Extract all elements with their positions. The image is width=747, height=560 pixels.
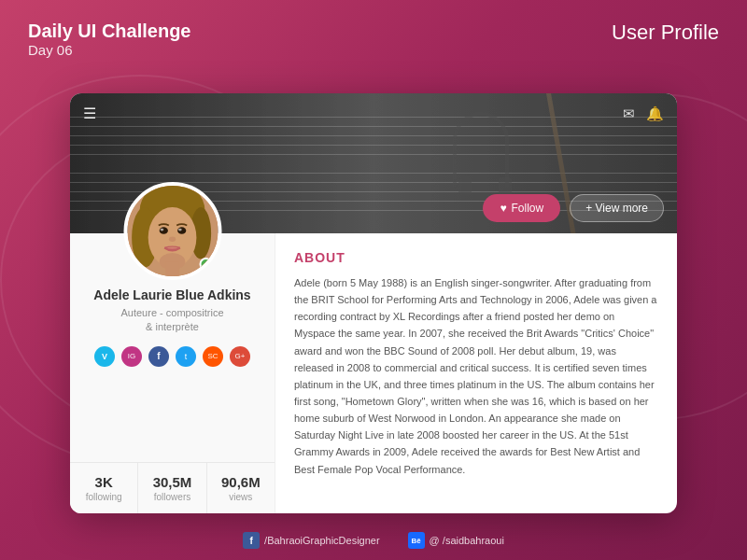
stats-row: 3K following 30,5M followers 90,6M views — [70, 462, 275, 513]
social-icons-row: V IG f t SC G+ — [85, 346, 260, 367]
stat-views: 90,6M views — [207, 463, 275, 513]
staff-line — [70, 126, 677, 127]
stat-following: 3K following — [70, 463, 138, 513]
right-panel: ABOUT Adele (born 5 May 1988) is an Engl… — [275, 233, 677, 513]
headphones-left-cup — [499, 177, 512, 196]
stat-following-label: following — [74, 492, 134, 502]
svg-rect-11 — [165, 261, 179, 276]
user-title-line1: Auteure - compositrice — [120, 307, 223, 318]
social-facebook[interactable]: f — [148, 346, 169, 367]
heart-icon: ♥ — [500, 202, 506, 215]
section-label: User Profile — [612, 21, 719, 45]
cover-actions: ♥ Follow + View more — [483, 194, 664, 222]
svg-point-9 — [168, 237, 175, 243]
footer-facebook-text: /BahraoiGraphicDesigner — [264, 535, 380, 546]
about-title: ABOUT — [294, 250, 658, 265]
user-title: Auteure - compositrice & interprète — [120, 306, 223, 335]
stat-views-label: views — [211, 492, 271, 502]
staff-line — [70, 135, 677, 136]
stat-followers: 30,5M followers — [138, 463, 206, 513]
online-indicator — [199, 258, 212, 271]
menu-icon[interactable]: ☰ — [83, 105, 96, 122]
app-branding: Daily UI Challenge Day 06 — [28, 21, 191, 58]
stat-following-number: 3K — [74, 474, 134, 490]
facebook-icon: f — [243, 532, 260, 549]
svg-point-5 — [159, 227, 167, 233]
footer-behance-text: @ /saidbahraoui — [430, 535, 504, 546]
left-panel: Adele Laurie Blue Adkins Auteure - compo… — [70, 233, 275, 513]
behance-icon: Bē — [408, 532, 425, 549]
avatar — [123, 182, 221, 280]
social-instagram[interactable]: IG — [121, 346, 142, 367]
user-title-line2: & interprète — [146, 321, 199, 332]
headphones-top — [453, 112, 509, 187]
avatar-wrap — [123, 182, 221, 280]
svg-point-8 — [178, 229, 182, 231]
stat-followers-number: 30,5M — [142, 474, 202, 490]
about-text: Adele (born 5 May 1988) is an English si… — [294, 274, 658, 478]
footer-facebook[interactable]: f /BahraoiGraphicDesigner — [243, 532, 380, 549]
svg-point-6 — [177, 227, 186, 233]
footer-behance[interactable]: Bē @ /saidbahraoui — [408, 532, 504, 549]
staff-line — [70, 173, 677, 174]
view-more-button[interactable]: + View more — [570, 194, 664, 222]
headphones-right-cup — [458, 177, 472, 196]
card-body: Adele Laurie Blue Adkins Auteure - compo… — [70, 233, 677, 513]
staff-line — [70, 154, 677, 155]
follow-label: Follow — [512, 202, 544, 215]
social-vimeo[interactable]: V — [94, 346, 115, 367]
social-googleplus[interactable]: G+ — [230, 346, 250, 367]
page-footer: f /BahraoiGraphicDesigner Bē @ /saidbahr… — [70, 532, 677, 549]
social-soundcloud[interactable]: SC — [203, 346, 223, 367]
profile-card: ☰ ✉ 🔔 ♥ Follow + View more — [70, 93, 677, 513]
app-title: Daily UI Challenge — [28, 21, 191, 42]
cover-icons: ✉ 🔔 — [623, 105, 664, 122]
page-header: Daily UI Challenge Day 06 User Profile — [0, 0, 747, 67]
stat-followers-label: followers — [142, 492, 202, 502]
bell-icon[interactable]: 🔔 — [646, 105, 664, 122]
follow-button[interactable]: ♥ Follow — [483, 194, 560, 222]
stat-views-number: 90,6M — [211, 474, 271, 490]
social-twitter[interactable]: t — [176, 346, 196, 367]
user-name: Adele Laurie Blue Adkins — [82, 287, 261, 302]
staff-line — [70, 145, 677, 146]
email-icon[interactable]: ✉ — [623, 105, 635, 122]
cover-topbar: ☰ ✉ 🔔 — [70, 105, 677, 122]
svg-point-7 — [160, 229, 163, 231]
app-subtitle: Day 06 — [28, 42, 191, 58]
